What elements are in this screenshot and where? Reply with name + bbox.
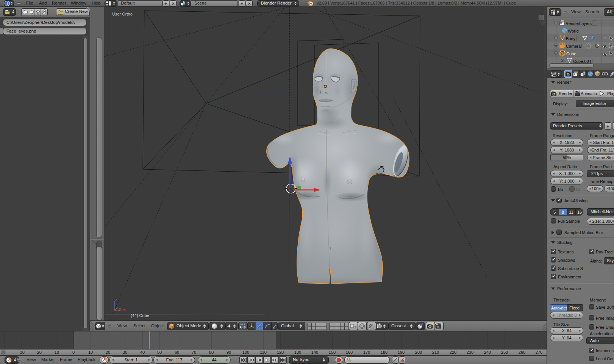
svg-text:z: z (115, 298, 117, 302)
svg-text:y: y (119, 307, 121, 311)
svg-text:x: x (124, 308, 126, 312)
svg-text:i: i (7, 2, 8, 6)
